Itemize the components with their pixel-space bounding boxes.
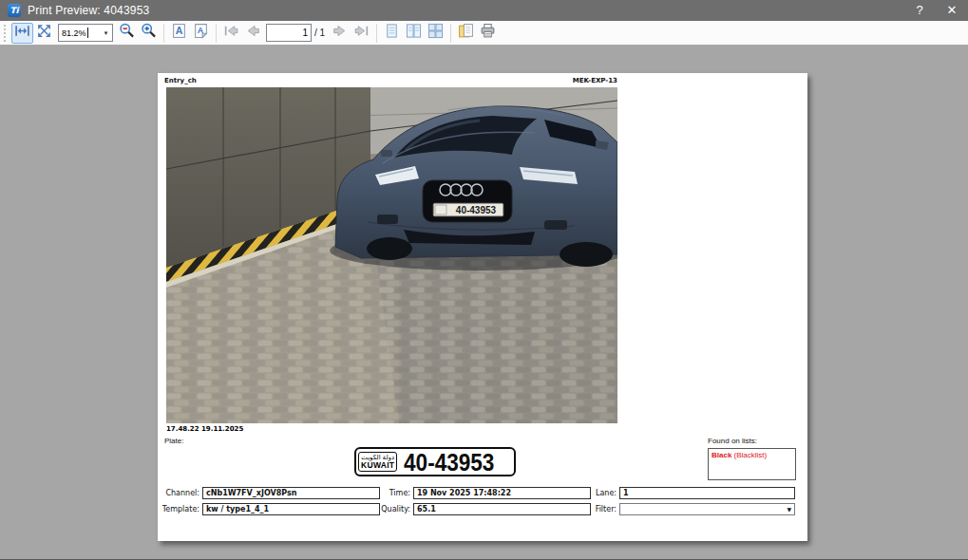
titlebar[interactable]: Ti Print Preview: 4043953 ? ✕ [0,0,968,21]
toolbar: 81.2% ▼ A A [0,21,968,46]
first-page-button[interactable] [220,23,242,44]
zoom-combobox[interactable]: 81.2% ▼ [58,24,113,42]
window-title: Print Preview: 4043953 [28,4,149,17]
channel-header: Entry_ch [164,77,197,84]
close-button[interactable]: ✕ [936,0,968,21]
text-size-large-button[interactable]: A [168,23,190,44]
lane-field: 1 [619,487,795,499]
last-page-icon [353,23,370,43]
filter-dropdown: ▼ [619,503,795,515]
page-setup-button[interactable] [455,23,477,44]
photo-timestamp: 17.48.22 19.11.2025 [166,425,243,433]
app-icon: Ti [8,4,21,17]
toolbar-separator [376,24,377,43]
two-page-view-button[interactable] [403,23,425,44]
previous-page-button[interactable] [242,23,264,44]
zoom-in-icon [141,23,157,43]
filter-dropdown-icon: ▼ [787,504,791,514]
fit-page-button[interactable] [33,23,55,44]
plate-section-label: Plate: [164,437,183,445]
combo-dropdown-icon[interactable]: ▼ [100,25,112,41]
time-label: Time: [350,487,410,499]
four-page-view-button[interactable] [425,23,446,44]
svg-text:A: A [198,26,204,35]
site-header: MEK-EXP-13 [573,77,617,84]
found-on-lists-box: Black (Blacklist) [708,448,796,480]
list-entry-name: Black [712,451,731,459]
plate-country-latin: KUWAIT [361,460,394,470]
svg-text:A: A [176,25,183,36]
vehicle-photo: 40-43953 [166,87,617,423]
fit-width-button[interactable] [11,23,33,44]
plate-number: 40-43953 [404,449,494,474]
next-page-button[interactable] [329,23,351,44]
zoom-out-button[interactable] [116,23,138,44]
text-size-small-button[interactable]: A [190,23,212,44]
next-page-icon [332,23,348,43]
zoom-in-button[interactable] [138,23,160,44]
list-entry-detail: (Blacklist) [731,451,767,459]
plate-country-box: دولة الكويت KUWAIT [358,452,397,472]
first-page-icon [223,23,239,43]
page-number-input[interactable] [266,24,312,42]
fit-width-icon [14,23,30,43]
quality-label: Quality: [350,503,410,515]
previous-page-icon [245,23,261,43]
single-page-view-button[interactable] [381,23,403,44]
text-size-large-icon: A [171,23,187,43]
document-page: Entry_ch MEK-EXP-13 [158,73,807,541]
zoom-value: 81.2% [62,28,86,38]
template-label: Template: [158,503,199,515]
single-page-view-icon [384,23,400,43]
print-icon [480,23,496,43]
plate-image: دولة الكويت KUWAIT 40-43953 [354,447,516,476]
toolbar-separator [216,24,217,43]
found-on-lists-label: Found on lists: [708,437,757,445]
zoom-out-icon [119,23,135,43]
filter-label: Filter: [557,503,617,515]
fit-page-icon [36,23,52,43]
toolbar-separator [163,24,164,43]
two-page-view-icon [406,23,422,43]
page-setup-icon [458,23,474,43]
preview-workspace: Entry_ch MEK-EXP-13 [0,46,968,559]
channel-label: Channel: [158,487,199,499]
print-preview-window: Ti Print Preview: 4043953 ? ✕ 81.2% ▼ [0,0,968,560]
text-size-small-icon: A [193,23,209,43]
car-plate-text: 40-43953 [456,205,497,215]
four-page-view-icon [427,23,444,43]
lane-label: Lane: [557,487,617,499]
plate-country-arabic: دولة الكويت [361,454,394,460]
toolbar-separator [450,24,451,43]
print-button[interactable] [477,23,499,44]
last-page-button[interactable] [351,23,372,44]
toolbar-grip[interactable] [4,25,8,42]
text-caret [87,28,88,38]
help-button[interactable]: ? [903,0,936,21]
page-total-label: / 1 [314,28,325,38]
